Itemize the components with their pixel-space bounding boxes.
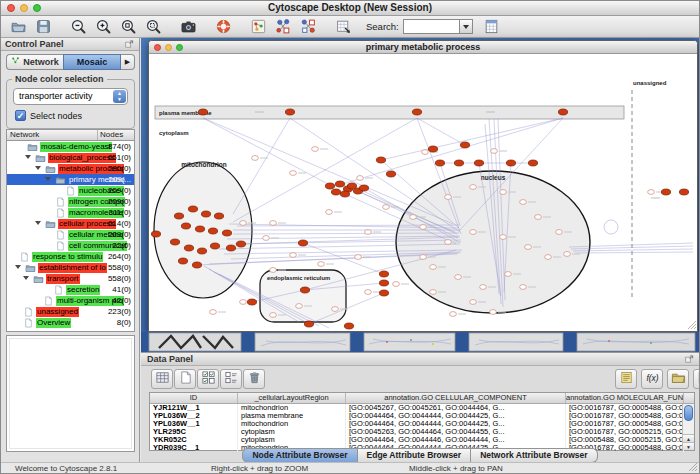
network-node-small[interactable] — [270, 268, 277, 273]
network-node[interactable] — [331, 189, 340, 195]
network-node-small[interactable] — [430, 265, 437, 270]
tree-item-primary-metabo[interactable]: primary metabo209(... — [7, 174, 134, 185]
network-node-small[interactable] — [500, 190, 507, 195]
network-node-small[interactable] — [252, 156, 259, 161]
tab-node-attribute-browser[interactable]: Node Attribute Browser — [242, 448, 357, 463]
attribute-editor-button[interactable] — [331, 17, 356, 37]
network-node-small[interactable] — [290, 171, 297, 176]
network-node[interactable] — [376, 157, 385, 163]
network-node-small[interactable] — [312, 147, 319, 152]
network-node[interactable] — [214, 213, 223, 219]
table-cell[interactable]: mitochondrion — [238, 420, 346, 428]
network-node[interactable] — [454, 160, 463, 166]
network-node[interactable] — [197, 248, 206, 254]
column-header[interactable]: ID — [150, 393, 238, 403]
background-windows[interactable] — [141, 332, 700, 352]
tree-item-response-to-stimulu[interactable]: response to stimulu264(0) — [7, 251, 134, 262]
network-node[interactable] — [304, 321, 313, 327]
table-row[interactable]: YKR052Ccytoplasm[GO:0044464, GO:0044446,… — [150, 436, 694, 444]
network-node-small[interactable] — [491, 149, 498, 154]
tab-edge-attribute-browser[interactable]: Edge Attribute Browser — [358, 448, 472, 463]
birdseye-view[interactable] — [6, 335, 135, 452]
network-node-small[interactable] — [357, 176, 364, 181]
network-node[interactable] — [247, 299, 256, 305]
network-node[interactable] — [222, 230, 231, 236]
tree-item-mosaic-demo-yeast[interactable]: mosaic-demo-yeast874(0) — [7, 141, 134, 152]
network-node-small[interactable] — [470, 230, 477, 235]
delete-attributes-button[interactable] — [243, 369, 265, 389]
zoom-button[interactable] — [176, 44, 183, 51]
network-node-small[interactable] — [365, 290, 372, 295]
network-node-small[interactable] — [430, 290, 437, 295]
select-attributes-button[interactable] — [151, 369, 173, 389]
tree-item-multi-organism-pro[interactable]: multi-organism pro42(0) — [7, 295, 134, 306]
network-node[interactable] — [178, 258, 187, 264]
network-node[interactable] — [428, 146, 437, 152]
network-node-small[interactable] — [490, 310, 497, 315]
network-node[interactable] — [201, 211, 210, 217]
tree-item-biological-process[interactable]: biological_process651(0) — [7, 152, 134, 163]
network-node[interactable] — [198, 109, 207, 115]
table-cell[interactable]: [GO:0045267, GO:0045261, GO:0044464, G..… — [346, 404, 566, 412]
network-node-small[interactable] — [318, 262, 325, 267]
network-snapshot-button[interactable] — [176, 17, 201, 37]
network-node[interactable] — [474, 160, 483, 166]
network-node-small[interactable] — [332, 307, 339, 312]
node-color-dropdown[interactable]: transporter activity ▲▼ — [13, 88, 128, 105]
expand-triangle-icon[interactable] — [35, 166, 41, 170]
expand-triangle-icon[interactable] — [45, 177, 51, 181]
tree-item-nitrogen-compo[interactable]: nitrogen compo209(0) — [7, 196, 134, 207]
open-session-button[interactable] — [6, 17, 31, 37]
table-cell[interactable]: [GO:0016787, GO:0005488, GO:0005215, G..… — [566, 412, 684, 420]
tree-item-transport[interactable]: transport558(0) — [7, 273, 134, 284]
table-cell[interactable]: [GO:0016787, GO:0005488, GO:0005215, G..… — [566, 404, 684, 412]
network-node-small[interactable] — [296, 304, 303, 309]
table-row[interactable]: YPL036W__2plasma membrane[GO:0044464, GO… — [150, 412, 694, 420]
network-node[interactable] — [506, 160, 515, 166]
select-all-attributes-button[interactable] — [197, 369, 219, 389]
table-cell[interactable]: [GO:0044464, GO:0044444, GO:0044425, G..… — [346, 420, 566, 428]
table-row[interactable]: YLR295Ccytoplasm[GO:0045263, GO:0044464,… — [150, 428, 694, 436]
network-node[interactable] — [226, 245, 235, 251]
network-node[interactable] — [174, 213, 183, 219]
network-node-small[interactable] — [500, 235, 507, 240]
tree-item-establishment-of-lo[interactable]: establishment of lo558(0) — [7, 262, 134, 273]
column-header[interactable]: annotation.GO MOLECULAR_FUNCTION — [566, 393, 684, 403]
network-node[interactable] — [558, 109, 567, 115]
network-node[interactable] — [184, 245, 193, 251]
network-node-small[interactable] — [445, 240, 452, 245]
network-node[interactable] — [300, 287, 309, 293]
expand-triangle-icon[interactable] — [15, 265, 21, 269]
network-node-small[interactable] — [470, 185, 477, 190]
help-button[interactable] — [211, 17, 236, 37]
save-session-button[interactable] — [31, 17, 56, 37]
tab-network[interactable]: Network — [6, 54, 63, 70]
network-node-small[interactable] — [525, 245, 532, 250]
import-attribute-table-button[interactable] — [479, 17, 504, 37]
tree-item-cellular-metabo[interactable]: cellular metabo209(0) — [7, 229, 134, 240]
network-node-small[interactable] — [450, 312, 457, 317]
network-node[interactable] — [386, 171, 395, 177]
float-panel-icon[interactable] — [124, 39, 136, 50]
import-attributes-button[interactable] — [667, 369, 689, 389]
network-node[interactable] — [359, 185, 368, 191]
tree-item-secretion[interactable]: secretion41(0) — [7, 284, 134, 295]
float-panel-icon[interactable] — [684, 354, 696, 365]
minimize-button[interactable] — [20, 4, 28, 12]
network-node[interactable] — [679, 189, 688, 195]
network-node-small[interactable] — [520, 200, 527, 205]
network-node-small[interactable] — [410, 215, 417, 220]
window-titlebar[interactable]: Cytoscape Desktop (New Session) — [1, 1, 699, 16]
close-button[interactable] — [154, 44, 161, 51]
column-header-nodes[interactable]: Nodes — [98, 130, 134, 140]
network-node-small[interactable] — [420, 255, 427, 260]
tree-item-overview[interactable]: Overview8(0) — [7, 317, 134, 328]
resize-grip-icon[interactable] — [688, 321, 696, 329]
network-node-small[interactable] — [290, 253, 297, 258]
network-node-small[interactable] — [480, 285, 487, 290]
network-node[interactable] — [379, 290, 388, 296]
tree-item-unassigned[interactable]: unassigned223(0) — [7, 306, 134, 317]
table-cell[interactable]: [GO:0005488, GO:0005215, GO:0003674] — [566, 436, 684, 444]
network-node-small[interactable] — [420, 225, 427, 230]
network-node-small[interactable] — [455, 275, 462, 280]
